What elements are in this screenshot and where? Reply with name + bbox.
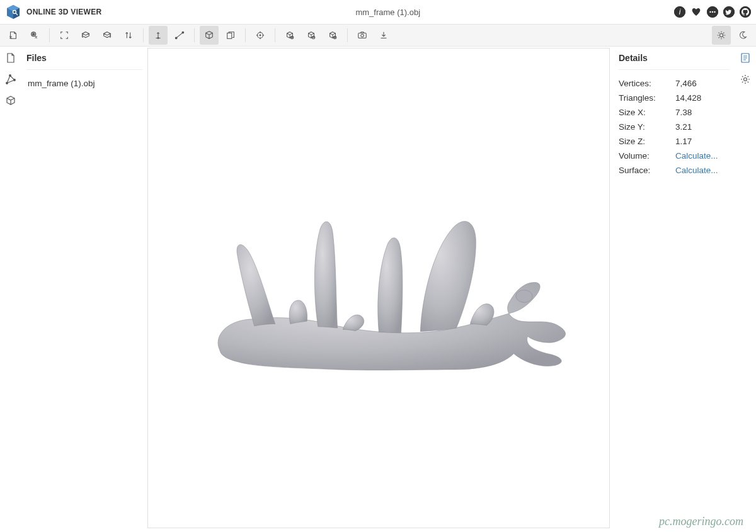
toolbar-separator [49,28,50,42]
details-label: Surface: [619,166,675,175]
camera-icon[interactable] [353,26,372,45]
toolbar-separator [194,28,195,42]
model-icon[interactable] [4,94,17,107]
logo-block: ONLINE 3D VIEWER [5,4,101,20]
viewport-3d[interactable] [147,48,610,528]
details-panel-title: Details [619,53,730,70]
right-rail [735,47,756,532]
sun-icon[interactable] [712,26,731,45]
svg-point-23 [719,33,723,37]
details-value: 3.21 [675,122,730,132]
toolbar-separator [245,28,246,42]
file-icon[interactable] [4,52,17,64]
app-title: ONLINE 3D VIEWER [26,8,101,16]
details-row: Volume:Calculate... [619,149,730,163]
svg-point-22 [361,34,364,37]
cube-icon[interactable] [200,26,219,45]
rotate-right-icon[interactable] [98,26,117,45]
details-label: Size Z: [619,137,675,146]
details-value: 7,466 [675,79,730,88]
svg-rect-14 [227,33,232,38]
files-panel-title: Files [26,53,142,70]
details-row: Size Y:3.21 [619,120,730,134]
details-row: Triangles:14,428 [619,91,730,105]
svg-point-12 [175,37,177,39]
svg-point-16 [260,35,261,36]
details-label: Size X: [619,108,675,117]
details-row: Surface:Calculate... [619,163,730,178]
open-file-icon[interactable] [4,26,23,45]
info-icon[interactable]: i [674,6,685,18]
svg-point-24 [6,82,8,84]
left-panel: Files mm_frame (1).obj [21,47,147,532]
fit-icon[interactable] [55,26,74,45]
details-label: Volume: [619,151,675,161]
open-url-icon[interactable] [25,26,44,45]
toolbar [0,24,756,47]
details-row: Size X:7.38 [619,105,730,120]
calculate-link[interactable]: Calculate... [675,166,730,175]
header-actions: i [674,6,751,18]
app-header: ONLINE 3D VIEWER mm_frame (1).obj i [0,0,756,24]
current-filename: mm_frame (1).obj [101,8,674,17]
details-value: 1.17 [675,137,730,146]
svg-point-7 [714,11,715,13]
github-icon[interactable] [740,6,751,18]
svg-point-26 [14,79,16,81]
copy-icon[interactable] [221,26,240,45]
main-area: Files mm_frame (1).obj [0,47,756,532]
download-icon[interactable] [374,26,393,45]
details-label: Vertices: [619,79,675,88]
svg-point-25 [9,75,11,77]
twitter-icon[interactable] [723,6,735,18]
svg-point-20 [335,37,335,38]
details-row: Vertices:7,466 [619,76,730,91]
svg-point-27 [515,290,532,303]
edge-icon[interactable] [170,26,189,45]
moon-icon[interactable] [733,26,752,45]
svg-point-29 [744,78,747,81]
details-label: Triangles: [619,93,675,103]
svg-point-11 [158,38,159,39]
logo-cube-icon [5,4,21,20]
svg-text:i: i [679,8,681,16]
details-icon[interactable] [739,52,752,64]
mesh-icon[interactable] [4,73,17,86]
measure-icon[interactable] [251,26,270,45]
toolbar-separator [143,28,144,42]
left-rail [0,47,21,532]
svg-point-5 [709,11,711,13]
settings-icon[interactable] [739,73,752,86]
toolbar-separator [347,28,348,42]
file-item[interactable]: mm_frame (1).obj [26,76,142,91]
details-value: 14,428 [675,93,730,103]
svg-rect-21 [358,33,366,38]
calculate-link[interactable]: Calculate... [675,151,730,161]
comment-icon[interactable] [707,6,718,18]
rotate-left-icon[interactable] [76,26,95,45]
heart-icon[interactable] [690,6,702,18]
zoom-in-icon[interactable] [280,26,299,45]
svg-point-6 [712,11,713,13]
details-value: 7.38 [675,108,730,117]
flip-icon[interactable] [119,26,138,45]
axis-up-icon[interactable] [149,26,168,45]
details-row: Size Z:1.17 [619,134,730,149]
details-label: Size Y: [619,122,675,132]
svg-point-13 [182,31,184,33]
model-render [171,120,587,456]
zoom-fit-icon[interactable] [323,26,342,45]
svg-point-9 [740,6,751,18]
right-panel: Details Vertices:7,466Triangles:14,428Si… [610,47,735,532]
toolbar-separator [275,28,275,42]
zoom-out-icon[interactable] [302,26,321,45]
